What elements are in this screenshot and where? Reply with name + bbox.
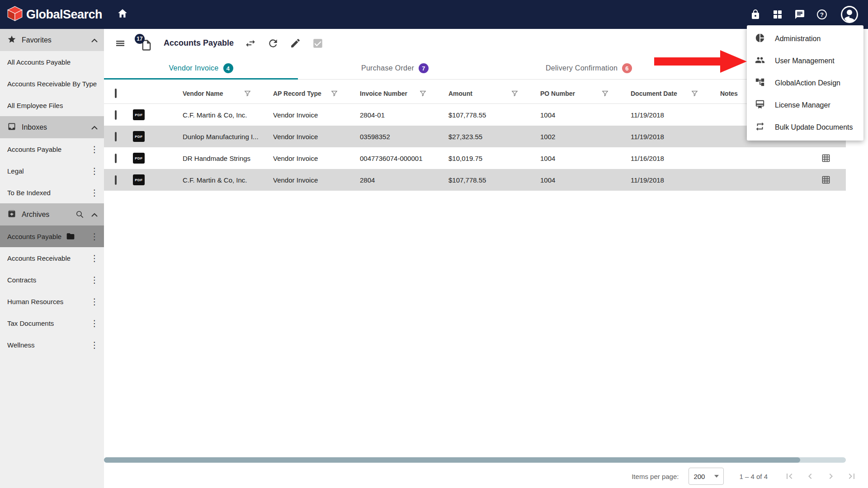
pdf-file-icon[interactable]: PDF [133,153,145,164]
archive-item-tax-documents[interactable]: Tax Documents ⋮ [0,312,104,334]
pdf-file-icon[interactable]: PDF [133,131,145,142]
menu-item-user-management[interactable]: User Management [747,50,863,72]
kebab-menu-icon[interactable]: ⋮ [90,276,99,284]
table-row[interactable]: PDF Dunlop Manufacturing I... Vendor Inv… [104,126,846,147]
menu-item-bulk-update-documents[interactable]: Bulk Update Documents [747,116,863,138]
sidebar-item-accounts-receivable-by-type[interactable]: Accounts Receivable By Type [0,73,104,94]
user-avatar-icon[interactable] [840,5,859,24]
horizontal-scrollbar-thumb[interactable] [104,457,800,463]
column-header-notes: Notes [720,90,738,97]
archive-item-wellness[interactable]: Wellness ⋮ [0,334,104,356]
archive-item-contracts[interactable]: Contracts ⋮ [0,269,104,291]
inbox-item-accounts-payable[interactable]: Accounts Payable ⋮ [0,138,104,160]
brand-cube-icon [6,5,24,24]
filter-funnel-icon[interactable] [511,89,519,97]
inbox-icon [7,122,16,133]
cell-amount: $107,778.55 [448,176,540,184]
administration-icon [755,33,765,45]
sidebar-item-all-accounts-payable[interactable]: All Accounts Payable [0,51,104,73]
help-icon[interactable]: ? [816,9,828,20]
home-button[interactable] [117,8,128,21]
archive-title: Accounts Payable [164,38,234,48]
page-size-select[interactable]: 200 [689,468,724,485]
favorites-section-header[interactable]: Favorites [0,29,104,51]
cell-amount: $27,323.55 [448,133,540,141]
archive-item-human-resources[interactable]: Human Resources ⋮ [0,291,104,312]
filter-funnel-icon[interactable] [244,89,251,97]
grid-notes-icon[interactable] [821,154,830,163]
horizontal-scrollbar-track[interactable] [104,457,846,463]
home-icon [117,8,128,21]
sidebar: Favorites All Accounts Payable Accounts … [0,29,104,488]
edit-pencil-icon[interactable] [290,38,301,49]
chevron-up-icon[interactable] [91,211,98,219]
cell-vendor-name: C.F. Martin & Co, Inc. [183,176,273,184]
archive-item-accounts-payable[interactable]: Accounts Payable ⋮ [0,225,104,247]
star-icon [7,35,16,46]
kebab-menu-icon[interactable]: ⋮ [90,254,99,263]
next-page-button[interactable] [825,470,837,483]
row-checkbox[interactable] [115,175,117,185]
grid-notes-icon[interactable] [821,175,830,184]
table-row[interactable]: PDF DR Handmade Strings Vendor Invoice 0… [104,147,846,169]
feedback-chat-icon[interactable] [794,9,806,20]
table-row[interactable]: PDF C.F. Martin & Co, Inc. Vendor Invoic… [104,169,846,191]
select-checkbox-icon-disabled[interactable] [312,38,324,49]
select-all-checkbox[interactable] [115,89,117,98]
inboxes-section-header[interactable]: Inboxes [0,116,104,138]
last-page-button[interactable] [845,470,858,483]
pdf-file-icon[interactable]: PDF [133,109,145,120]
menu-item-administration[interactable]: Administration [747,28,863,50]
archive-item-accounts-receivable[interactable]: Accounts Receivable ⋮ [0,247,104,269]
pdf-file-icon[interactable]: PDF [133,174,145,185]
kebab-menu-icon[interactable]: ⋮ [90,297,99,306]
kebab-menu-icon[interactable]: ⋮ [90,319,99,328]
previous-page-button[interactable] [804,470,816,483]
tab-count-badge: 6 [622,63,632,73]
topbar: GlobalSearch ? [0,0,868,29]
cell-ap-record-type: Vendor Invoice [273,133,360,141]
folder-icon [66,232,75,241]
chevron-up-icon[interactable] [91,123,98,131]
page-range-label: 1 – 4 of 4 [739,473,768,480]
table-row[interactable]: PDF C.F. Martin & Co, Inc. Vendor Invoic… [104,104,846,126]
cell-amount: $10,019.75 [448,155,540,162]
inbox-item-to-be-indexed[interactable]: To Be Indexed ⋮ [0,182,104,203]
first-page-button[interactable] [783,470,796,483]
app-launcher-icon[interactable] [772,9,783,20]
cell-vendor-name: Dunlop Manufacturing I... [183,133,273,141]
row-checkbox[interactable] [115,110,117,120]
row-checkbox[interactable] [115,132,117,141]
hamburger-menu-icon[interactable] [115,38,126,49]
refresh-icon[interactable] [267,38,279,49]
chevron-up-icon[interactable] [91,36,98,44]
swap-view-icon[interactable] [245,38,256,49]
kebab-menu-icon[interactable]: ⋮ [90,232,99,241]
filter-funnel-icon[interactable] [691,89,698,97]
kebab-menu-icon[interactable]: ⋮ [90,167,99,175]
lock-icon[interactable] [750,9,761,20]
filter-funnel-icon[interactable] [601,89,609,97]
kebab-menu-icon[interactable]: ⋮ [90,145,99,154]
kebab-menu-icon[interactable]: ⋮ [90,341,99,349]
license-manager-icon [755,99,765,111]
search-icon[interactable] [75,210,84,219]
filter-funnel-icon[interactable] [419,89,427,97]
cell-invoice-number: 03598352 [360,133,448,141]
kebab-menu-icon[interactable]: ⋮ [90,188,99,197]
menu-item-globalaction-design[interactable]: GlobalAction Design [747,72,863,94]
cell-invoice-number: 0047736074-000001 [360,155,448,162]
tab-vendor-invoice[interactable]: Vendor Invoice 4 [104,57,298,79]
sidebar-item-all-employee-files[interactable]: All Employee Files [0,94,104,116]
cell-amount: $107,778.55 [448,111,540,119]
results-table: Vendor Name AP Record Type Invoice Numbe… [104,83,846,191]
tab-purchase-order[interactable]: Purchase Order 7 [298,57,492,79]
column-header-ap-record-type: AP Record Type [273,90,321,97]
archives-label: Archives [22,211,49,219]
inbox-item-legal[interactable]: Legal ⋮ [0,160,104,182]
row-checkbox[interactable] [115,154,117,163]
archives-section-header[interactable]: Archives [0,203,104,225]
filter-funnel-icon[interactable] [330,89,338,97]
tab-delivery-confirmation[interactable]: Delivery Confirmation 6 [492,57,686,79]
menu-item-license-manager[interactable]: License Manager [747,94,863,116]
